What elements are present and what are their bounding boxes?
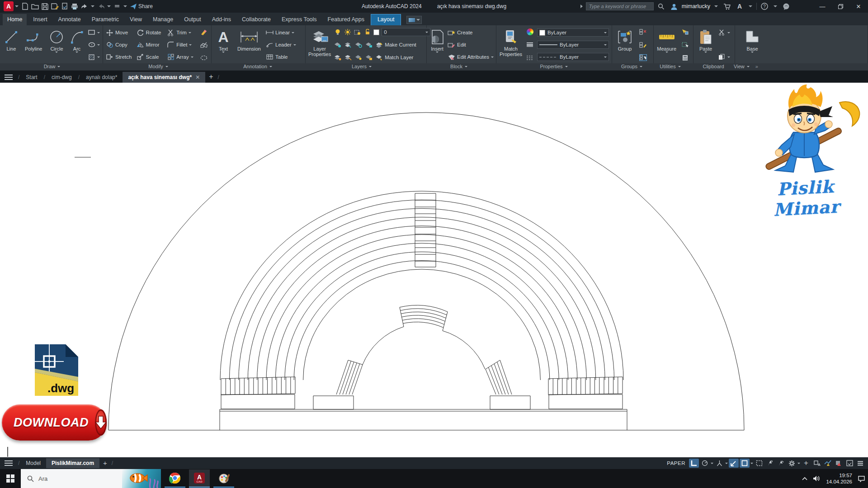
group-button[interactable]: Group xyxy=(615,27,635,62)
osnap-toggle[interactable] xyxy=(729,459,739,468)
workspace-gear-icon[interactable] xyxy=(787,459,797,468)
autocad-logo-icon[interactable]: A xyxy=(4,1,14,11)
scale-tool[interactable]: Scale xyxy=(137,53,165,61)
tab-featured-apps[interactable]: Featured Apps xyxy=(323,14,369,25)
trim-caret-icon[interactable] xyxy=(189,32,191,33)
draw-panel-label[interactable]: Draw xyxy=(27,64,77,69)
grid-caret-icon[interactable] xyxy=(711,463,713,464)
match-layer-button[interactable]: Match Layer xyxy=(375,53,413,61)
block-create-button[interactable]: Create xyxy=(448,28,494,37)
block-panel-label[interactable]: Block xyxy=(434,64,484,69)
undo-caret-icon[interactable] xyxy=(91,5,94,7)
measure-button[interactable]: Measure xyxy=(656,27,677,62)
grid-toggle[interactable] xyxy=(700,459,710,468)
help-search-input[interactable] xyxy=(586,2,654,10)
layer-lock-tool[interactable] xyxy=(365,42,373,48)
layer-isolate2-tool[interactable] xyxy=(344,42,352,48)
file-tab-start[interactable]: Start xyxy=(20,72,42,83)
tab-output[interactable]: Output xyxy=(179,14,206,25)
object-color-dropdown[interactable]: ByLayer xyxy=(537,28,609,37)
start-button[interactable] xyxy=(0,469,21,488)
taskbar-chrome-icon[interactable] xyxy=(165,469,185,488)
performance-warning-icon[interactable] xyxy=(834,459,844,468)
drawing-canvas[interactable]: Pislik Mimar .dwg DOWNLOAD xyxy=(0,83,868,457)
cut-caret-icon[interactable] xyxy=(727,32,730,33)
quick-select-tool[interactable] xyxy=(681,28,689,35)
tab-express-tools[interactable]: Express Tools xyxy=(277,14,321,25)
group-selection-toggle[interactable] xyxy=(639,54,647,61)
layer-off-tool[interactable] xyxy=(334,42,341,48)
text-tool[interactable]: A Text xyxy=(214,27,232,62)
measure-caret-icon[interactable] xyxy=(665,52,668,53)
copy-clip-caret-icon[interactable] xyxy=(727,56,730,58)
print-icon[interactable] xyxy=(70,1,80,11)
taskbar-paint-icon[interactable] xyxy=(213,469,234,488)
rectangle-tool[interactable] xyxy=(88,29,95,36)
layer-unlock-icon[interactable] xyxy=(363,29,371,36)
customize-caret-icon[interactable] xyxy=(123,5,127,7)
overkill-tool[interactable] xyxy=(200,54,208,61)
leader-tool[interactable]: Leader xyxy=(266,41,300,49)
layers-panel-label[interactable]: Layers xyxy=(337,64,387,69)
close-button[interactable]: ✕ xyxy=(851,0,866,13)
select-similar-tool[interactable] xyxy=(681,42,689,48)
match-properties-button[interactable]: Match Properties xyxy=(499,27,523,62)
layer-isolate-icon[interactable] xyxy=(354,29,361,36)
dynamic-input-toggle[interactable] xyxy=(740,459,750,468)
app-menu-caret-icon[interactable] xyxy=(15,5,19,7)
layout-tab-pislikmimar[interactable]: PislikMimar.com xyxy=(46,458,99,468)
share-icon[interactable] xyxy=(128,1,138,11)
autodesk-apps-icon[interactable]: A xyxy=(735,1,745,11)
redo-caret-icon[interactable] xyxy=(107,5,111,7)
help-icon[interactable]: ? xyxy=(760,1,769,11)
plot-sheet-icon[interactable] xyxy=(60,1,70,11)
annotation-panel-label[interactable]: Annotation xyxy=(231,64,285,69)
linetype-dropdown[interactable]: ByLayer xyxy=(537,53,609,61)
tab-manage[interactable]: Manage xyxy=(148,14,178,25)
layer-on-bulb-icon[interactable] xyxy=(334,29,341,36)
file-tab-acik-hava-sinemasi[interactable]: açık hava sineması dwg* ✕ xyxy=(123,72,205,83)
insert-caret-icon[interactable] xyxy=(436,52,439,53)
osnap-3d-toggle[interactable] xyxy=(765,459,775,468)
layer-dropdown[interactable]: 0 xyxy=(382,28,430,36)
file-tab-cim-dwg[interactable]: cim-dwg xyxy=(46,72,77,83)
group-edit-tool[interactable] xyxy=(639,42,647,48)
undo-icon[interactable] xyxy=(80,1,90,11)
array-tool[interactable]: Array xyxy=(167,53,197,61)
save-as-icon[interactable] xyxy=(50,1,60,11)
customize-bar-icon[interactable] xyxy=(112,1,122,11)
action-center-icon[interactable] xyxy=(858,475,865,482)
tab-addins[interactable]: Add-ins xyxy=(208,14,236,25)
tab-view[interactable]: View xyxy=(125,14,146,25)
hatch-caret-icon[interactable] xyxy=(97,56,100,58)
new-file-icon[interactable] xyxy=(20,1,30,11)
fillet-tool[interactable]: Fillet xyxy=(167,41,197,49)
taskbar-search[interactable]: Ara xyxy=(21,469,161,488)
layer-freeze-tool[interactable] xyxy=(354,42,362,48)
block-edit-attributes-button[interactable]: Edit Attributes xyxy=(448,53,494,61)
annotation-monitor-toggle[interactable] xyxy=(812,459,822,468)
layout-tabs-menu-icon[interactable] xyxy=(5,460,13,466)
restore-button[interactable] xyxy=(833,0,848,13)
download-button[interactable]: DOWNLOAD xyxy=(2,404,107,441)
circle-tool[interactable]: Circle xyxy=(47,27,66,62)
selection-cycling-toggle[interactable] xyxy=(754,459,764,468)
workspace-caret-icon[interactable] xyxy=(797,463,800,464)
modify-panel-label[interactable]: Modify xyxy=(131,64,185,69)
redo-icon[interactable] xyxy=(96,1,106,11)
open-folder-icon[interactable] xyxy=(30,1,40,11)
username-label[interactable]: mimarlucky xyxy=(682,3,710,9)
view-panel-label[interactable]: View» xyxy=(723,64,769,69)
search-icon[interactable] xyxy=(656,1,666,11)
volume-icon[interactable] xyxy=(813,475,821,482)
arc-tool[interactable]: Arc xyxy=(69,27,85,62)
tab-parametric[interactable]: Parametric xyxy=(87,14,123,25)
mirror-tool[interactable]: Mirror xyxy=(137,41,165,49)
minimize-button[interactable]: — xyxy=(815,0,830,13)
text-caret-icon[interactable] xyxy=(222,52,225,53)
save-icon[interactable] xyxy=(40,1,50,11)
dimension-tool[interactable]: Dimension xyxy=(235,27,263,62)
hatch-tool[interactable] xyxy=(88,54,95,61)
search-highlight-image[interactable] xyxy=(122,469,161,488)
line-tool[interactable]: Line xyxy=(3,27,20,62)
